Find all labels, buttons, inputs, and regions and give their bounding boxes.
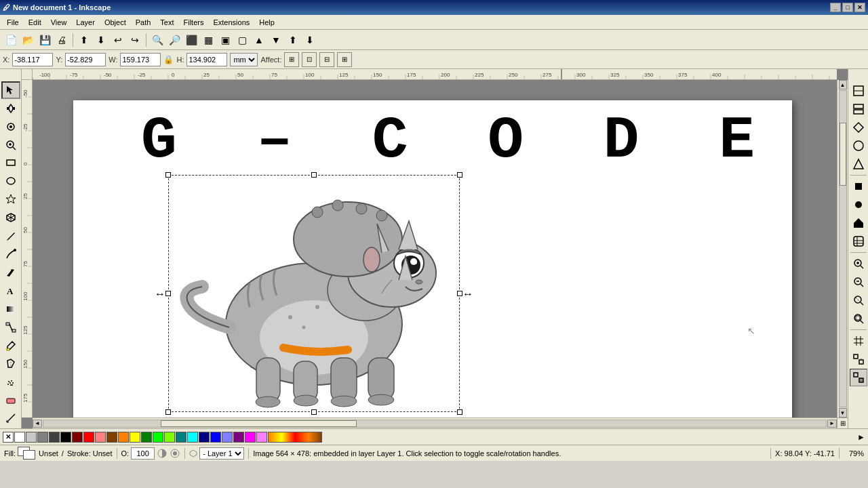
measure-tool[interactable] [1, 409, 20, 427]
undo-button[interactable]: ↩ [110, 32, 126, 48]
zoom-out-button[interactable]: 🔎 [166, 32, 182, 48]
affect-size-btn[interactable]: ⊡ [302, 52, 317, 67]
print-button[interactable]: 🖨 [54, 32, 70, 48]
color-swatch-white[interactable] [14, 432, 25, 443]
raise-button[interactable]: ▲ [251, 32, 267, 48]
node-tool[interactable] [1, 100, 20, 117]
pencil-tool[interactable] [1, 227, 20, 245]
right-tool-6[interactable] [850, 178, 867, 195]
tweak-tool[interactable] [1, 118, 20, 136]
drawing-area[interactable]: G – C O D E ↔ [33, 80, 837, 418]
menu-file[interactable]: File [3, 17, 23, 28]
color-swatch-ltred[interactable] [95, 432, 106, 443]
layer-select[interactable]: - Layer 1 [199, 447, 244, 460]
right-tool-5[interactable] [850, 155, 867, 173]
color-swatch-teal[interactable] [176, 432, 186, 443]
zoom-in-button[interactable]: 🔍 [149, 32, 165, 48]
right-tool-4[interactable] [850, 137, 867, 155]
select-tool[interactable] [1, 81, 20, 99]
affect-rotate-btn[interactable]: ⊟ [319, 52, 334, 67]
eraser-tool[interactable] [1, 391, 20, 409]
maximize-button[interactable]: □ [842, 3, 853, 12]
color-expand-btn[interactable]: ► [857, 432, 865, 442]
new-button[interactable]: 📄 [3, 32, 19, 48]
menu-edit[interactable]: Edit [24, 17, 45, 28]
hscroll-track[interactable] [43, 420, 827, 428]
star-tool[interactable] [1, 190, 20, 208]
color-swatch-gray[interactable] [37, 432, 48, 443]
right-tool-8[interactable] [850, 214, 867, 232]
scroll-down-btn[interactable]: ▼ [839, 408, 847, 418]
menu-text[interactable]: Text [156, 17, 178, 28]
color-swatch-dkgray[interactable] [49, 432, 60, 443]
hscroll-thumb[interactable] [161, 420, 357, 427]
unit-select[interactable]: mm px cm in pt [230, 53, 258, 66]
right-tool-node-snap[interactable] [850, 369, 867, 386]
ellipse-tool[interactable] [1, 172, 20, 190]
zoom-tool[interactable] [1, 136, 20, 154]
vscroll-track[interactable] [839, 90, 847, 407]
window-controls[interactable]: _ □ ✕ [830, 3, 865, 12]
canvas-container[interactable]: -100 -75 -50 -25 0 25 50 75 100 125 150 … [22, 69, 848, 428]
color-swatch-ltgray[interactable] [26, 432, 37, 443]
menu-extensions[interactable]: Extensions [209, 17, 254, 28]
color-swatch-darkgreen[interactable] [141, 432, 152, 443]
scroll-right-btn[interactable]: ► [827, 420, 837, 428]
color-swatch-magenta[interactable] [245, 432, 256, 443]
w-input[interactable] [120, 53, 161, 66]
right-tool-zoom-out[interactable] [850, 273, 867, 291]
right-tool-snap[interactable] [850, 350, 867, 368]
vscroll-thumb[interactable] [840, 123, 846, 186]
close-button[interactable]: ✕ [854, 3, 865, 12]
redo-button[interactable]: ↪ [127, 32, 143, 48]
paint-bucket-tool[interactable] [1, 354, 20, 372]
y-input[interactable] [65, 53, 106, 66]
rect-tool[interactable] [1, 154, 20, 171]
calligraphy-tool[interactable] [1, 264, 20, 281]
horizontal-scrollbar[interactable]: ◄ ► [33, 418, 837, 428]
export-button[interactable]: ⬇ [93, 32, 109, 48]
minimize-button[interactable]: _ [830, 3, 841, 12]
lower-button[interactable]: ▼ [268, 32, 284, 48]
affect-pos-btn[interactable]: ⊞ [284, 52, 299, 67]
opacity-input[interactable] [131, 447, 155, 460]
x-input[interactable] [12, 53, 53, 66]
connector-tool[interactable] [1, 319, 20, 336]
right-tool-1[interactable] [850, 82, 867, 100]
align-button[interactable]: ⬛ [183, 32, 199, 48]
affect-skew-btn[interactable]: ⊞ [337, 52, 352, 67]
group-button[interactable]: ▣ [217, 32, 233, 48]
distribute-button[interactable]: ▦ [200, 32, 216, 48]
save-button[interactable]: 💾 [37, 32, 53, 48]
color-swatch-ltmagenta[interactable] [256, 432, 267, 443]
color-gradient-swatch[interactable] [268, 432, 322, 443]
color-swatch-purple[interactable] [233, 432, 244, 443]
right-tool-2[interactable] [850, 100, 867, 118]
menu-help[interactable]: Help [255, 17, 279, 28]
3d-box-tool[interactable] [1, 209, 20, 226]
right-tool-9[interactable] [850, 232, 867, 250]
color-swatch-green[interactable] [153, 432, 163, 443]
text-tool[interactable]: A [1, 282, 20, 300]
color-swatch-blue[interactable] [210, 432, 221, 443]
color-swatch-red[interactable] [83, 432, 94, 443]
h-input[interactable] [186, 53, 227, 66]
color-swatch-ltblue[interactable] [222, 432, 233, 443]
lower-bottom-button[interactable]: ⬇ [302, 32, 318, 48]
scroll-up-btn[interactable]: ▲ [839, 80, 847, 89]
gradient-tool[interactable] [1, 300, 20, 318]
menu-path[interactable]: Path [132, 17, 155, 28]
right-tool-7[interactable] [850, 196, 867, 214]
pen-tool[interactable] [1, 245, 20, 263]
color-swatch-darkred[interactable] [72, 432, 83, 443]
color-swatch-brown[interactable] [106, 432, 117, 443]
lock-icon[interactable]: 🔒 [163, 55, 174, 64]
menu-filters[interactable]: Filters [180, 17, 208, 28]
right-tool-zoom-draw[interactable] [850, 310, 867, 327]
scroll-left-btn[interactable]: ◄ [33, 420, 42, 428]
no-color-swatch[interactable]: ✕ [3, 432, 14, 443]
right-tool-3[interactable] [850, 119, 867, 136]
color-swatch-navy[interactable] [199, 432, 210, 443]
color-swatch-ltgreen[interactable] [164, 432, 175, 443]
vertical-scrollbar[interactable]: ▲ ▼ [837, 80, 848, 418]
